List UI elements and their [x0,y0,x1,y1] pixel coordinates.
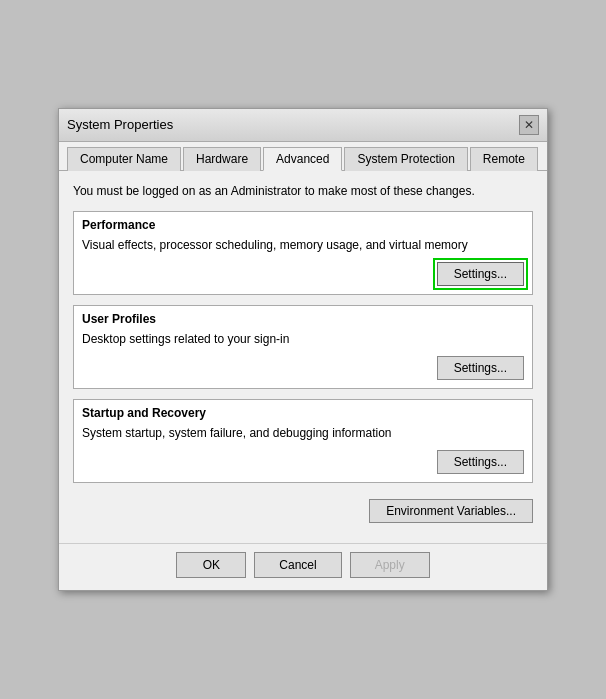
user-profiles-btn-row: Settings... [74,356,532,388]
system-properties-window: System Properties ✕ Computer Name Hardwa… [58,108,548,592]
ok-button[interactable]: OK [176,552,246,578]
startup-recovery-title: Startup and Recovery [74,400,532,422]
tab-computer-name[interactable]: Computer Name [67,147,181,171]
tab-hardware[interactable]: Hardware [183,147,261,171]
performance-desc: Visual effects, processor scheduling, me… [74,234,532,262]
tab-system-protection[interactable]: System Protection [344,147,467,171]
user-profiles-section: User Profiles Desktop settings related t… [73,305,533,389]
performance-btn-row: Settings... [74,262,532,294]
user-profiles-settings-button[interactable]: Settings... [437,356,524,380]
window-title: System Properties [67,117,173,132]
admin-info-text: You must be logged on as an Administrato… [73,183,533,200]
performance-title: Performance [74,212,532,234]
tab-remote[interactable]: Remote [470,147,538,171]
cancel-button[interactable]: Cancel [254,552,341,578]
env-variables-row: Environment Variables... [73,493,533,533]
apply-button[interactable]: Apply [350,552,430,578]
startup-recovery-desc: System startup, system failure, and debu… [74,422,532,450]
dialog-footer: OK Cancel Apply [59,543,547,590]
tab-content: You must be logged on as an Administrato… [59,171,547,544]
environment-variables-button[interactable]: Environment Variables... [369,499,533,523]
startup-recovery-settings-button[interactable]: Settings... [437,450,524,474]
startup-recovery-btn-row: Settings... [74,450,532,482]
close-button[interactable]: ✕ [519,115,539,135]
performance-section: Performance Visual effects, processor sc… [73,211,533,295]
user-profiles-title: User Profiles [74,306,532,328]
startup-recovery-section: Startup and Recovery System startup, sys… [73,399,533,483]
tab-bar: Computer Name Hardware Advanced System P… [59,142,547,171]
title-bar: System Properties ✕ [59,109,547,142]
user-profiles-desc: Desktop settings related to your sign-in [74,328,532,356]
performance-settings-button[interactable]: Settings... [437,262,524,286]
tab-advanced[interactable]: Advanced [263,147,342,171]
